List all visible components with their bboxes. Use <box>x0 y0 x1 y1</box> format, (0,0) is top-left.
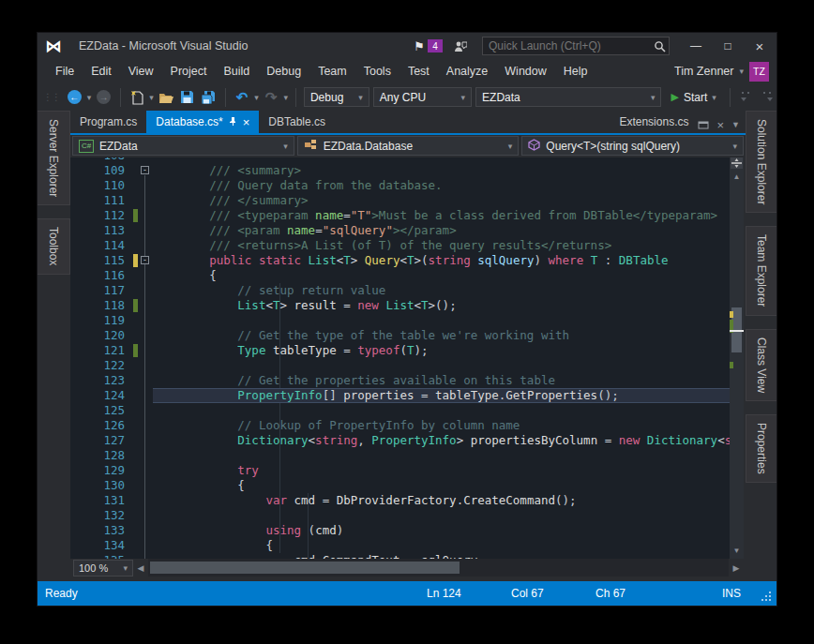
undo-button[interactable]: ↶ <box>234 88 251 107</box>
scroll-up-icon[interactable]: ▲ <box>730 170 744 183</box>
code-line[interactable]: 130 { <box>70 478 730 493</box>
code-line[interactable]: 117 // setup return value <box>70 283 730 298</box>
code-line[interactable]: 110 /// Query data from the database. <box>70 178 730 193</box>
redo-caret-icon[interactable]: ▾ <box>283 93 288 102</box>
code-line[interactable]: 134 { <box>70 538 730 553</box>
vertical-scrollbar[interactable]: ▲ ▼ <box>730 157 744 559</box>
signed-in-user[interactable]: Tim Zenner <box>674 65 733 78</box>
menu-test[interactable]: Test <box>399 61 438 82</box>
code-line[interactable]: 118 List<T> result = new List<T>(); <box>70 298 730 313</box>
menu-tools[interactable]: Tools <box>355 61 399 82</box>
menu-analyze[interactable]: Analyze <box>438 61 496 82</box>
code-line[interactable]: 129 try <box>70 463 730 478</box>
code-line[interactable]: 120 // Get the type of the table we're w… <box>70 328 730 343</box>
code-line[interactable]: 111 /// </summary> <box>70 193 730 208</box>
menu-edit[interactable]: Edit <box>83 61 120 82</box>
editor-zoom-dropdown[interactable]: 100 %▾ <box>73 560 133 577</box>
code-line[interactable]: 116 { <box>70 268 730 283</box>
save-all-icon[interactable] <box>200 88 218 107</box>
tab-program-cs[interactable]: Program.cs <box>70 111 146 133</box>
code-line[interactable]: 122 <box>70 358 730 373</box>
code-line[interactable]: 114 /// <returns>A List (of T) of the qu… <box>70 238 730 253</box>
solution-explorer-tab[interactable]: Solution Explorer <box>746 111 776 213</box>
server-explorer-tab[interactable]: Server Explorer <box>38 111 70 205</box>
code-line[interactable]: 113 /// <param name="sqlQuery"></param> <box>70 223 730 238</box>
code-line[interactable]: 115- public static List<T> Query<T>(stri… <box>70 253 730 268</box>
code-line[interactable]: 133 using (cmd) <box>70 523 730 538</box>
tab-dbtable-cs[interactable]: DBTable.cs <box>259 111 335 133</box>
collapse-region-icon[interactable]: - <box>141 166 149 174</box>
project-dropdown[interactable]: C# EZData ▾ <box>72 136 294 156</box>
code-line[interactable]: 132 <box>70 508 730 523</box>
pin-tab-icon[interactable] <box>229 115 237 128</box>
code-line[interactable]: 126 // Lookup of PropertyInfo by column … <box>70 418 730 433</box>
solution-platform-dropdown[interactable]: Any CPU▾ <box>373 87 472 107</box>
class-view-tab[interactable]: Class View <box>746 329 776 401</box>
maximize-button[interactable]: □ <box>715 36 741 56</box>
open-file-icon[interactable] <box>158 88 175 107</box>
quick-launch-input[interactable] <box>483 39 650 52</box>
notifications-flag-icon[interactable]: ⚑ <box>414 39 425 53</box>
code-editor[interactable]: 108109- /// <summary>110 /// Query data … <box>70 157 730 559</box>
menu-file[interactable]: File <box>47 61 83 82</box>
scroll-down-icon[interactable]: ▼ <box>730 544 744 557</box>
user-dropdown-caret-icon[interactable]: ▾ <box>739 67 744 76</box>
line-number: 122 <box>82 358 125 373</box>
code-line[interactable]: 127 Dictionary<string, PropertyInfo> pro… <box>70 433 730 448</box>
search-icon[interactable] <box>650 40 669 52</box>
save-icon[interactable] <box>179 88 197 107</box>
toolbar-grip[interactable]: ⋮⋮ <box>43 92 60 102</box>
new-file-icon[interactable] <box>128 88 146 107</box>
menu-build[interactable]: Build <box>215 61 258 82</box>
code-line[interactable]: 128 <box>70 448 730 463</box>
code-line[interactable]: 109- /// <summary> <box>70 163 730 178</box>
navigate-forward-button[interactable]: → <box>95 88 113 107</box>
start-debugging-button[interactable]: ▶ Start ▾ <box>665 91 721 104</box>
navigate-back-button[interactable]: ← <box>66 88 83 107</box>
feedback-icon[interactable] <box>452 38 469 53</box>
type-dropdown[interactable]: EZData.Database ▾ <box>297 136 520 156</box>
menu-help[interactable]: Help <box>555 61 596 82</box>
startup-project-dropdown[interactable]: EZData▾ <box>475 87 661 107</box>
scroll-left-icon[interactable]: ◀ <box>133 563 148 573</box>
menu-team[interactable]: Team <box>309 61 355 82</box>
code-line[interactable]: 112 /// <typeparam name="T">Must be a cl… <box>70 208 730 223</box>
solution-configuration-dropdown[interactable]: Debug▾ <box>304 87 369 107</box>
notification-count-badge[interactable]: 4 <box>428 39 443 52</box>
menu-window[interactable]: Window <box>496 61 554 82</box>
undo-caret-icon[interactable]: ▾ <box>254 93 259 102</box>
minimize-button[interactable]: — <box>683 36 709 56</box>
code-line[interactable]: 125 <box>70 403 730 418</box>
user-avatar[interactable]: TZ <box>749 62 769 82</box>
menu-view[interactable]: View <box>120 61 162 82</box>
redo-button[interactable]: ↷ <box>263 88 280 107</box>
navigate-back-caret-icon[interactable]: ▾ <box>87 93 92 102</box>
active-files-caret-icon[interactable]: ▼ <box>731 120 740 129</box>
horizontal-scroll-thumb[interactable] <box>150 562 460 574</box>
resize-grip-icon[interactable] <box>760 590 773 603</box>
close-document-icon[interactable]: × <box>716 118 724 132</box>
close-button[interactable]: × <box>746 36 773 56</box>
code-text: public static List<T> Query<T>(string sq… <box>153 253 669 268</box>
team-explorer-tab[interactable]: Team Explorer <box>746 226 776 315</box>
menu-project[interactable]: Project <box>162 61 216 82</box>
member-dropdown[interactable]: Query<T>(string sqlQuery) ▾ <box>521 136 744 156</box>
tab-database-cs[interactable]: Database.cs* × <box>146 111 259 133</box>
editor-splitter-handle[interactable] <box>731 157 743 169</box>
code-line[interactable]: 124 PropertyInfo[] properties = tableTyp… <box>70 388 730 403</box>
tab-extensions-cs[interactable]: Extensions.cs <box>610 111 698 133</box>
code-line[interactable]: 131 var cmd = DbProviderFactory.CreateCo… <box>70 493 730 508</box>
toolbox-tab[interactable]: Toolbox <box>38 218 70 274</box>
close-tab-icon[interactable]: × <box>243 115 250 129</box>
code-line[interactable]: 119 <box>70 313 730 328</box>
properties-tab[interactable]: Properties <box>746 414 776 483</box>
scroll-right-icon[interactable]: ▶ <box>729 563 744 573</box>
collapse-region-icon[interactable]: - <box>141 256 149 264</box>
menu-debug[interactable]: Debug <box>258 61 309 82</box>
status-bar: Ready Ln 124 Col 67 Ch 67 INS <box>38 581 776 606</box>
horizontal-scroll-track[interactable] <box>148 559 729 577</box>
code-line[interactable]: 123 // Get the properties available on t… <box>70 373 730 388</box>
code-line[interactable]: 121 Type tableType = typeof(T); <box>70 343 730 358</box>
preview-tab-icon[interactable] <box>698 116 709 133</box>
new-file-caret-icon[interactable]: ▾ <box>149 93 154 102</box>
